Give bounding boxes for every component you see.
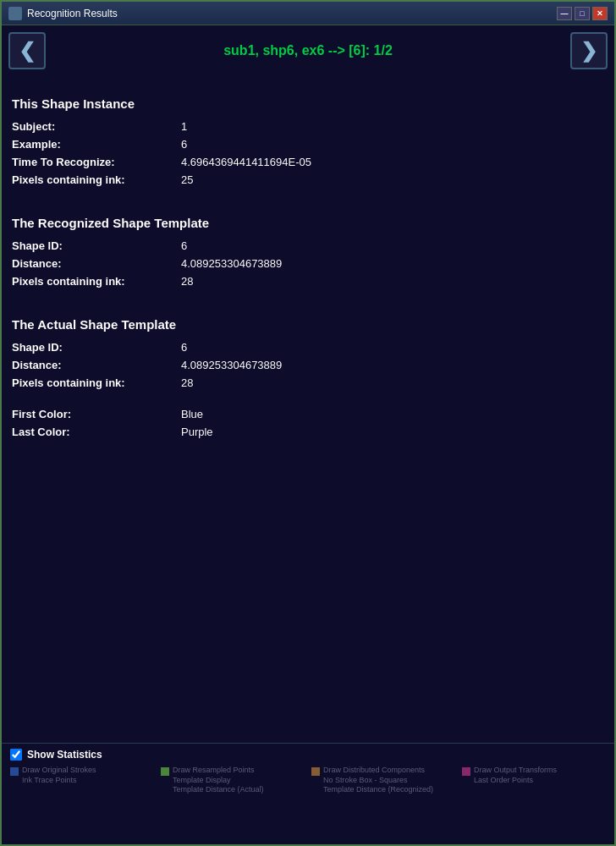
stats-item: Draw Original StrokesInk Trace Points	[10, 766, 154, 798]
show-stats-label: Show Statistics	[27, 749, 102, 761]
field-value: 28	[181, 275, 193, 288]
table-row: First Color:Blue	[12, 405, 604, 423]
stats-color-indicator	[10, 767, 19, 776]
actual-template-title: The Actual Shape Template	[12, 317, 604, 332]
field-value: 6	[181, 341, 187, 354]
stats-color-indicator	[161, 767, 169, 776]
content-area: This Shape Instance Subject:1Example:6Ti…	[2, 76, 614, 743]
table-row: Shape ID:6	[12, 237, 604, 255]
field-label: Pixels containing ink:	[12, 376, 181, 389]
stats-color-indicator	[311, 767, 320, 776]
close-button[interactable]: ✕	[592, 7, 608, 20]
table-row: Pixels containing ink:28	[12, 374, 604, 392]
table-row: Pixels containing ink:28	[12, 272, 604, 290]
stats-item: Draw Distributed ComponentsNo Stroke Box…	[311, 766, 455, 798]
stats-item-text: Draw Original StrokesInk Trace Points	[22, 766, 96, 785]
field-label: Distance:	[12, 359, 181, 371]
next-button[interactable]: ❯	[570, 32, 608, 69]
color-fields: First Color:BlueLast Color:Purple	[12, 405, 604, 441]
table-row: Shape ID:6	[12, 338, 604, 356]
main-window: Recognition Results — □ ✕ ❮ sub1, shp6, …	[0, 0, 616, 846]
minimize-button[interactable]: —	[557, 7, 572, 20]
field-label: Pixels containing ink:	[12, 275, 181, 288]
field-value: 25	[181, 173, 193, 186]
field-label: Last Color:	[12, 426, 181, 438]
show-stats-row: Show Statistics	[10, 749, 606, 761]
nav-title: sub1, shp6, ex6 --> [6]: 1/2	[46, 43, 570, 58]
table-row: Last Color:Purple	[12, 423, 604, 441]
field-value: 6	[181, 239, 187, 252]
table-row: Distance:4.089253304673889	[12, 255, 604, 272]
stats-item: Draw Output TransformsLast Order Points	[462, 766, 606, 798]
navigation-bar: ❮ sub1, shp6, ex6 --> [6]: 1/2 ❯	[2, 25, 614, 76]
field-value: 4.089253304673889	[181, 257, 282, 270]
field-label: Pixels containing ink:	[12, 173, 181, 186]
stats-grid: Draw Original StrokesInk Trace Points Dr…	[10, 766, 606, 798]
prev-button[interactable]: ❮	[8, 32, 46, 69]
field-value: Blue	[181, 408, 203, 420]
table-row: Distance:4.089253304673889	[12, 356, 604, 374]
field-label: Shape ID:	[12, 239, 181, 252]
shape-instance-fields: Subject:1Example:6Time To Recognize:4.69…	[12, 118, 604, 189]
field-label: Shape ID:	[12, 341, 181, 354]
field-label: Distance:	[12, 257, 181, 270]
table-row: Time To Recognize:4.6964369441411694E-05	[12, 153, 604, 171]
field-value: 6	[181, 138, 187, 151]
field-value: 4.089253304673889	[181, 359, 282, 371]
field-value: 4.6964369441411694E-05	[181, 156, 311, 168]
actual-template-fields: Shape ID:6Distance:4.089253304673889Pixe…	[12, 338, 604, 392]
stats-item-text: Draw Distributed ComponentsNo Stroke Box…	[323, 766, 433, 795]
window-title: Recognition Results	[27, 8, 557, 19]
show-stats-checkbox[interactable]	[10, 749, 22, 761]
shape-instance-title: This Shape Instance	[12, 96, 604, 111]
field-value: 28	[181, 376, 193, 389]
field-label: Example:	[12, 138, 181, 151]
table-row: Example:6	[12, 135, 604, 153]
table-row: Subject:1	[12, 118, 604, 135]
title-bar: Recognition Results — □ ✕	[2, 2, 614, 25]
table-row: Pixels containing ink:25	[12, 171, 604, 189]
stats-color-indicator	[462, 767, 470, 776]
stats-item-text: Draw Resampled PointsTemplate DisplayTem…	[173, 766, 264, 795]
recognized-template-title: The Recognized Shape Template	[12, 216, 604, 230]
recognized-template-fields: Shape ID:6Distance:4.089253304673889Pixe…	[12, 237, 604, 290]
field-label: Subject:	[12, 120, 181, 133]
field-value: 1	[181, 120, 187, 133]
field-value: Purple	[181, 426, 213, 438]
maximize-button[interactable]: □	[575, 7, 590, 20]
field-label: First Color:	[12, 408, 181, 420]
field-label: Time To Recognize:	[12, 156, 181, 168]
window-controls: — □ ✕	[557, 7, 608, 20]
window-icon	[8, 7, 22, 20]
stats-item-text: Draw Output TransformsLast Order Points	[474, 766, 557, 785]
bottom-panel: Show Statistics Draw Original StrokesInk…	[2, 743, 614, 844]
stats-item: Draw Resampled PointsTemplate DisplayTem…	[161, 766, 305, 798]
